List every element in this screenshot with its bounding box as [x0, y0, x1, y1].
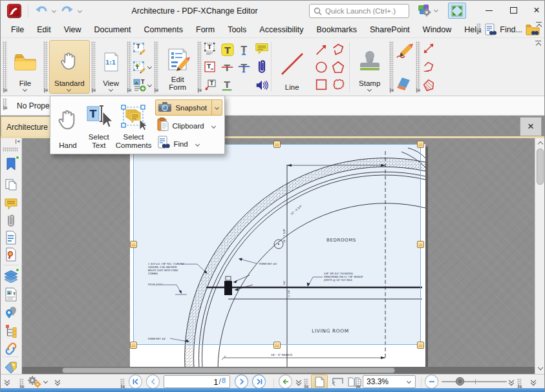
collapse-menubar-icon[interactable] — [536, 22, 542, 28]
app-logo-icon[interactable] — [7, 4, 21, 18]
previous-view-button[interactable] — [279, 375, 292, 389]
menu-form[interactable]: Form — [189, 23, 221, 36]
menu-tools[interactable]: Tools — [221, 23, 253, 36]
menu-edit[interactable]: Edit — [30, 23, 58, 36]
collapse-statusbar-button[interactable] — [531, 375, 537, 389]
attachments-panel-button[interactable] — [3, 213, 19, 229]
zoom-slider-thumb[interactable] — [456, 377, 464, 386]
bookmarks-panel-button[interactable] — [3, 156, 19, 172]
selection-handle-top-mid[interactable] — [273, 141, 281, 148]
close-document-button[interactable]: × — [520, 117, 542, 136]
arrow-tool-icon[interactable] — [314, 43, 328, 57]
scroll-up-icon[interactable] — [537, 140, 543, 146]
zoom-slider[interactable] — [442, 375, 507, 389]
collapse-sidebar-icon[interactable]: |< — [15, 139, 20, 144]
two-page-layout-button[interactable] — [346, 375, 363, 389]
collapse-left-panel-button[interactable] — [5, 375, 10, 389]
first-page-button[interactable] — [129, 375, 142, 389]
page-number-input[interactable]: 1/8 — [164, 375, 230, 388]
pdf-page[interactable]: BEDROOMS LIVING ROOM 1 3/4"x11 7/8" SCL … — [130, 144, 425, 369]
comments-panel-button[interactable] — [3, 196, 19, 212]
toolbar-grip[interactable]: |< — [476, 23, 481, 34]
menu-accessibility[interactable]: Accessibility — [253, 23, 310, 36]
fullscreen-button[interactable] — [448, 3, 466, 19]
vertical-scrollbar-thumb[interactable] — [537, 149, 544, 185]
sound-icon[interactable] — [255, 78, 269, 92]
horizontal-scrollbar-thumb[interactable] — [62, 367, 395, 373]
content-panel-button[interactable]: T — [3, 287, 19, 302]
more-zoom-options-button[interactable] — [509, 375, 515, 389]
toolbar-grip[interactable]: |< — [356, 378, 360, 389]
last-page-button[interactable] — [252, 375, 266, 389]
document-canvas[interactable]: BEDROOMS LIVING ROOM 1 3/4"x11 7/8" SCL … — [22, 138, 536, 374]
sticky-note-icon[interactable] — [255, 41, 269, 56]
find-chevron[interactable] — [193, 139, 200, 149]
redo-button[interactable] — [59, 5, 75, 17]
fit-width-button[interactable] — [329, 375, 346, 389]
selection-handle-mid-left[interactable] — [130, 241, 137, 248]
standard-toolbar-button[interactable]: Standard — [49, 40, 90, 94]
highlight-text-icon[interactable]: T — [220, 43, 235, 57]
order-panel-button[interactable] — [3, 323, 19, 338]
line-tool-button[interactable]: Line — [273, 40, 311, 94]
attachment-icon[interactable] — [255, 60, 269, 74]
chevron-down-icon[interactable] — [147, 83, 153, 87]
view-toolbar-button[interactable]: 1:1 View — [97, 40, 125, 94]
toolbar-grip[interactable]: |< — [304, 378, 308, 389]
snapshot-chevron[interactable] — [211, 100, 220, 115]
fields-panel-button[interactable] — [3, 230, 19, 245]
edit-object-icon[interactable]: T — [133, 60, 147, 74]
horizontal-scrollbar[interactable] — [22, 367, 536, 374]
insert-text-icon[interactable]: T — [237, 43, 251, 57]
ui-options-button[interactable] — [417, 3, 439, 17]
snapshot-tool-button[interactable]: Snapshot — [155, 99, 222, 116]
toolbar-grip[interactable]: |< — [19, 378, 24, 389]
menu-document[interactable]: Document — [88, 23, 138, 36]
edit-form-button[interactable]: Edit Form — [160, 40, 196, 94]
layers-panel-button[interactable] — [3, 269, 19, 284]
menu-bookmarks[interactable]: Bookmarks — [310, 23, 363, 36]
single-page-layout-button[interactable] — [311, 375, 328, 389]
hand-tool-button[interactable]: Hand — [52, 98, 83, 152]
clipboard-chevron[interactable] — [209, 121, 217, 130]
strikeout-text-icon[interactable]: T — [220, 60, 235, 74]
previous-page-button[interactable] — [146, 375, 160, 389]
oval-tool-icon[interactable] — [314, 60, 328, 74]
toolbar-grip[interactable]: |< — [43, 41, 48, 92]
minimize-button[interactable] — [478, 1, 500, 20]
add-content-icon[interactable]: T — [133, 78, 147, 92]
file-toolbar-button[interactable]: File — [8, 40, 42, 94]
menu-view[interactable]: View — [58, 23, 88, 36]
area-tool-icon[interactable] — [422, 78, 436, 92]
menu-comments[interactable]: Comments — [138, 23, 189, 36]
polyline-tool-icon[interactable] — [331, 43, 345, 57]
undo-button[interactable] — [34, 5, 49, 17]
toolbar-grip[interactable]: |< — [3, 41, 7, 92]
selection-handle-top-right[interactable] — [417, 141, 424, 148]
close-button[interactable]: × — [526, 1, 545, 20]
signatures-panel-button[interactable] — [3, 247, 19, 262]
distance-tool-icon[interactable] — [422, 41, 436, 56]
stamp-tool-button[interactable]: Stamp — [352, 40, 388, 94]
toolbar-grip[interactable]: |< — [197, 41, 202, 92]
destinations-panel-button[interactable] — [3, 305, 19, 320]
collapse-ribbon-icon[interactable] — [535, 41, 542, 46]
settings-button[interactable] — [27, 375, 48, 389]
thumbnails-panel-button[interactable] — [3, 177, 19, 192]
edit-text-icon[interactable]: T — [133, 41, 147, 56]
find-document-icon[interactable] — [484, 23, 497, 36]
document-tab-architecture[interactable]: Architecture — [1, 116, 54, 137]
text-box-icon[interactable]: T — [203, 41, 217, 56]
ui-options-chevron-icon[interactable] — [434, 8, 439, 12]
eraser-tool-icon[interactable] — [395, 73, 414, 92]
selection-handle-bottom-left[interactable] — [130, 342, 137, 349]
chevron-down-icon[interactable] — [147, 65, 153, 69]
toolbar-grip[interactable]: |< — [120, 378, 125, 389]
underline-text-icon[interactable]: T — [220, 77, 235, 92]
zoom-slider-track[interactable] — [442, 381, 507, 382]
toolbar-grip[interactable]: |< — [389, 41, 394, 92]
typewriter-icon[interactable]: T — [203, 60, 217, 74]
scroll-down-icon[interactable] — [537, 366, 543, 371]
zoom-level-select[interactable]: 33.3% — [363, 375, 416, 388]
menu-window[interactable]: Window — [416, 23, 458, 36]
